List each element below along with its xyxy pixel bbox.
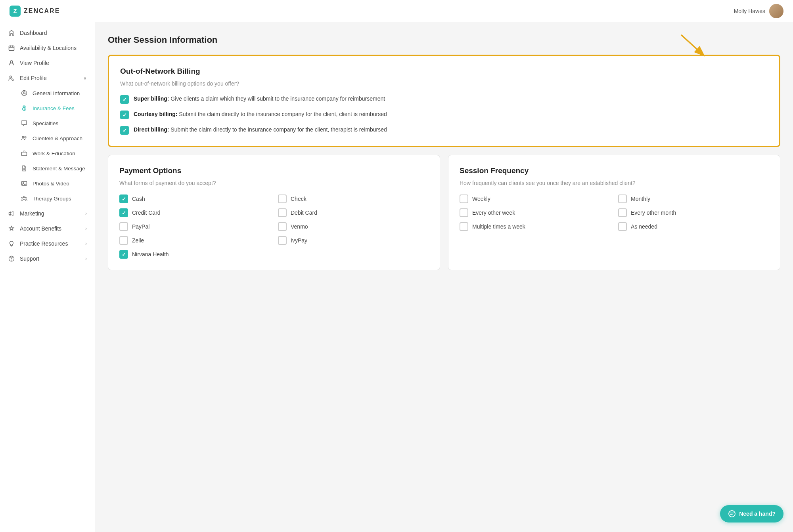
question-icon bbox=[8, 255, 15, 262]
svg-point-5 bbox=[10, 76, 12, 78]
sidebar-item-practice-resources[interactable]: Practice Resources › bbox=[0, 236, 95, 251]
sidebar-item-insurance-fees[interactable]: $ Insurance & Fees bbox=[0, 101, 95, 116]
sidebar-item-marketing[interactable]: Marketing › bbox=[0, 206, 95, 221]
zelle-checkbox[interactable] bbox=[119, 236, 128, 245]
user-info: Molly Hawes bbox=[734, 4, 783, 18]
direct-billing-checkbox[interactable] bbox=[120, 126, 129, 135]
avatar[interactable] bbox=[769, 4, 783, 18]
svg-point-23 bbox=[11, 260, 11, 260]
credit-card-checkbox[interactable] bbox=[119, 208, 128, 217]
payment-grid: Cash Check Credit Card Debit Card bbox=[119, 194, 429, 259]
every-other-week-label: Every other week bbox=[472, 210, 515, 216]
sidebar-label-marketing: Marketing bbox=[20, 210, 80, 217]
courtesy-billing-text: Courtesy billing: Submit the claim direc… bbox=[134, 110, 387, 118]
sidebar-item-photos[interactable]: Photos & Video bbox=[0, 176, 95, 191]
check-checkbox[interactable] bbox=[278, 194, 287, 203]
logo-text: ZENCARE bbox=[24, 8, 60, 15]
super-billing-checkbox[interactable] bbox=[120, 95, 129, 104]
nirvana-checkbox[interactable] bbox=[119, 250, 128, 259]
cash-checkbox[interactable] bbox=[119, 194, 128, 203]
sidebar-item-general-info[interactable]: General Information bbox=[0, 86, 95, 101]
every-other-month-label: Every other month bbox=[631, 210, 676, 216]
monthly-checkbox[interactable] bbox=[618, 194, 627, 203]
svg-point-4 bbox=[10, 61, 13, 63]
venmo-checkbox[interactable] bbox=[278, 222, 287, 231]
freq-item-every-other-week: Every other week bbox=[460, 208, 610, 217]
paypal-checkbox[interactable] bbox=[119, 222, 128, 231]
direct-billing-bold: Direct billing: bbox=[134, 126, 169, 133]
debit-card-checkbox[interactable] bbox=[278, 208, 287, 217]
chevron-right-icon-3: › bbox=[85, 241, 87, 246]
payment-item-cash: Cash bbox=[119, 194, 270, 203]
need-help-button[interactable]: Need a hand? bbox=[720, 505, 783, 522]
lightbulb-icon bbox=[8, 240, 15, 247]
courtesy-billing-checkbox[interactable] bbox=[120, 111, 129, 119]
freq-item-weekly: Weekly bbox=[460, 194, 610, 203]
star-icon bbox=[8, 225, 15, 232]
user-icon bbox=[8, 59, 15, 67]
check-label: Check bbox=[291, 196, 306, 202]
sidebar-item-account-benefits[interactable]: Account Benefits › bbox=[0, 221, 95, 236]
session-frequency-subtitle: How frequently can clients see you once … bbox=[460, 180, 769, 186]
sidebar-item-statement[interactable]: Statement & Message bbox=[0, 161, 95, 176]
multiple-times-label: Multiple times a week bbox=[472, 223, 525, 230]
every-other-month-checkbox[interactable] bbox=[618, 208, 627, 217]
document-icon bbox=[21, 165, 28, 172]
money-bag-icon: $ bbox=[21, 105, 28, 112]
payment-item-debit-card: Debit Card bbox=[278, 208, 429, 217]
sidebar-label-support: Support bbox=[20, 256, 80, 262]
sidebar-item-view-profile[interactable]: View Profile bbox=[0, 55, 95, 71]
chevron-right-icon: › bbox=[85, 211, 87, 216]
chevron-right-icon-4: › bbox=[85, 256, 87, 261]
sidebar-item-edit-profile[interactable]: Edit Profile ∨ bbox=[0, 71, 95, 86]
every-other-week-checkbox[interactable] bbox=[460, 208, 468, 217]
svg-point-17 bbox=[23, 196, 25, 198]
sidebar-label-statement: Statement & Message bbox=[33, 166, 87, 172]
courtesy-billing-item: Courtesy billing: Submit the claim direc… bbox=[120, 110, 768, 119]
sidebar-item-therapy-groups[interactable]: Therapy Groups bbox=[0, 191, 95, 206]
as-needed-checkbox[interactable] bbox=[618, 222, 627, 231]
sidebar-item-support[interactable]: Support › bbox=[0, 251, 95, 266]
freq-item-every-other-month: Every other month bbox=[618, 208, 769, 217]
weekly-checkbox[interactable] bbox=[460, 194, 468, 203]
session-frequency-title: Session Frequency bbox=[460, 166, 769, 175]
payment-options-subtitle: What forms of payment do you accept? bbox=[119, 180, 429, 186]
briefcase-icon bbox=[21, 150, 28, 157]
sidebar-label-view-profile: View Profile bbox=[20, 60, 87, 66]
sidebar-item-availability[interactable]: Availability & Locations bbox=[0, 40, 95, 55]
payment-options-card: Payment Options What forms of payment do… bbox=[108, 155, 440, 270]
payment-item-credit-card: Credit Card bbox=[119, 208, 270, 217]
payment-item-ivypay: IvyPay bbox=[278, 236, 429, 245]
home-icon bbox=[8, 29, 15, 36]
multiple-times-checkbox[interactable] bbox=[460, 222, 468, 231]
payment-item-nirvana: Nirvana Health bbox=[119, 250, 270, 259]
sidebar-item-work-education[interactable]: Work & Education bbox=[0, 146, 95, 161]
sidebar-item-dashboard[interactable]: Dashboard bbox=[0, 25, 95, 40]
svg-point-18 bbox=[22, 197, 23, 198]
sidebar-item-clientele[interactable]: Clientele & Approach bbox=[0, 131, 95, 146]
sidebar-label-insurance-fees: Insurance & Fees bbox=[33, 105, 87, 111]
zelle-label: Zelle bbox=[132, 237, 144, 244]
calendar-icon bbox=[8, 44, 15, 51]
sidebar-label-clientele: Clientele & Approach bbox=[33, 135, 87, 141]
chevron-down-icon: ∨ bbox=[83, 75, 87, 81]
direct-billing-item: Direct billing: Submit the claim directl… bbox=[120, 126, 768, 135]
need-help-label: Need a hand? bbox=[739, 511, 776, 517]
sidebar-item-specialties[interactable]: Specialties bbox=[0, 116, 95, 131]
sidebar-label-general-info: General Information bbox=[33, 90, 87, 96]
super-billing-text: Super billing: Give clients a claim whic… bbox=[134, 95, 385, 103]
credit-card-label: Credit Card bbox=[132, 210, 161, 216]
logo[interactable]: Z ZENCARE bbox=[10, 6, 60, 17]
ivypay-checkbox[interactable] bbox=[278, 236, 287, 245]
svg-point-11 bbox=[25, 136, 26, 138]
svg-rect-0 bbox=[9, 46, 14, 51]
megaphone-icon bbox=[8, 210, 15, 217]
payment-item-paypal: PayPal bbox=[119, 222, 270, 231]
monthly-label: Monthly bbox=[631, 196, 650, 202]
chevron-right-icon-2: › bbox=[85, 226, 87, 231]
payment-item-venmo: Venmo bbox=[278, 222, 429, 231]
cash-label: Cash bbox=[132, 196, 145, 202]
payment-item-zelle: Zelle bbox=[119, 236, 270, 245]
chat-bubble-icon bbox=[21, 120, 28, 127]
sidebar-label-work-education: Work & Education bbox=[33, 151, 87, 156]
